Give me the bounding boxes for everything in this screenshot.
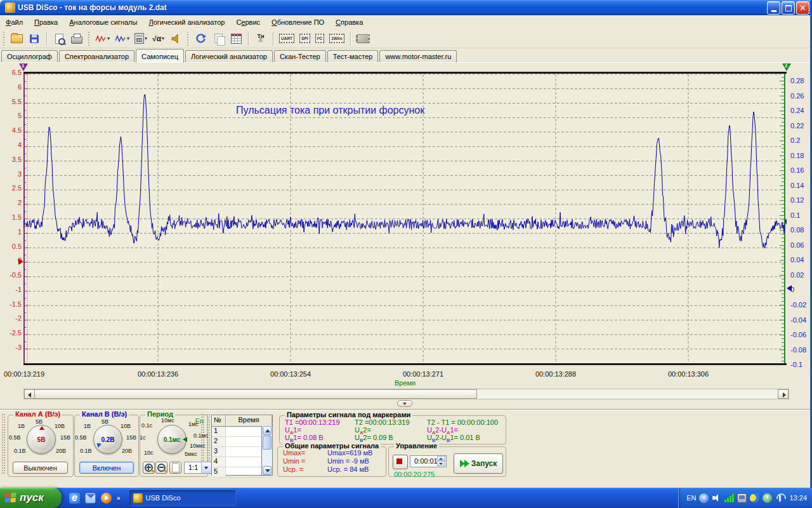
- start-menu-button[interactable]: пуск: [0, 488, 62, 508]
- left-zero-marker-icon[interactable]: [18, 258, 23, 265]
- toolbar-gripper[interactable]: [88, 32, 90, 46]
- channel-a-knob[interactable]: 5В: [27, 425, 56, 454]
- taskbar-task-usb-disco[interactable]: USB DiSco: [129, 490, 236, 506]
- chip-button[interactable]: [355, 30, 371, 47]
- new-page-button[interactable]: [169, 462, 181, 474]
- marker-2-flag-icon[interactable]: 2: [782, 64, 791, 71]
- tab-logic-analyzer[interactable]: Логический анализатор: [185, 50, 273, 62]
- start-button[interactable]: Запуск: [454, 453, 503, 474]
- tray-collapse-icon[interactable]: <: [699, 493, 709, 503]
- spin-up-icon[interactable]: [437, 456, 445, 461]
- volume-icon[interactable]: [712, 493, 721, 503]
- channel-a-group: Канал А (В/э) 5В 10В 15В 20В 0.1В 0.5В 1…: [8, 415, 74, 477]
- scroll-down-button[interactable]: [263, 466, 272, 475]
- 1wire-icon: 1Wire: [329, 34, 344, 43]
- dropdown-caret-icon[interactable]: ▾: [162, 36, 164, 41]
- network-icon[interactable]: [737, 493, 747, 503]
- channel-b-signal-button[interactable]: ▾: [113, 30, 131, 47]
- tab-chart-recorder[interactable]: Самописец: [136, 49, 184, 63]
- menu-item-analog-signals[interactable]: Аналоговые сигналы: [63, 17, 143, 28]
- period-knob[interactable]: 0.1мс: [157, 425, 187, 454]
- tab-test-master[interactable]: Тест-мастер: [327, 50, 379, 62]
- language-indicator[interactable]: EN: [686, 494, 696, 502]
- tab-scan-tester[interactable]: Скан-Тестер: [274, 50, 326, 62]
- zoom-out-button[interactable]: [155, 462, 167, 474]
- right-zero-marker-icon[interactable]: [787, 285, 792, 291]
- bird-utility-icon[interactable]: [749, 492, 761, 504]
- spi-icon: SPI: [299, 34, 310, 43]
- panel-gripper[interactable]: [2, 414, 5, 475]
- restore-button[interactable]: [782, 1, 795, 15]
- interval-spinner[interactable]: 0:00:01: [410, 455, 447, 467]
- calculator-button[interactable]: ▾: [133, 30, 149, 47]
- open-file-button[interactable]: [8, 30, 25, 47]
- scrollbar-thumb[interactable]: [34, 389, 477, 399]
- quick-launch-overflow-icon[interactable]: »: [117, 495, 121, 502]
- menu-item-edit[interactable]: Правка: [29, 17, 63, 28]
- uart-button[interactable]: UART: [277, 30, 296, 47]
- measurement-table[interactable]: № Время 1 2 3 4 5: [211, 415, 273, 476]
- scroll-left-button[interactable]: [24, 389, 35, 399]
- dropdown-caret-icon[interactable]: ▾: [127, 36, 129, 41]
- internet-explorer-icon[interactable]: e: [69, 493, 80, 504]
- channel-a-power-button[interactable]: Выключен: [13, 462, 68, 474]
- marker-1-flag-icon[interactable]: 1: [19, 64, 28, 71]
- print-preview-button[interactable]: [51, 30, 67, 47]
- media-player-icon[interactable]: [101, 493, 112, 504]
- formula-button[interactable]: √α▾: [150, 30, 166, 47]
- minimize-button[interactable]: [767, 1, 780, 15]
- dt-value: T2 - T1 = 00:00:00:100: [427, 418, 498, 426]
- spi-button[interactable]: SPI: [298, 30, 311, 47]
- table-vertical-scrollbar[interactable]: [261, 426, 272, 475]
- tab-oscilloscope[interactable]: Осциллограф: [1, 50, 58, 62]
- app-icon: [133, 493, 143, 503]
- menu-item-help[interactable]: Справка: [330, 17, 369, 28]
- refresh-button[interactable]: [192, 30, 209, 47]
- spin-down-icon[interactable]: [437, 461, 445, 466]
- menu-item-update[interactable]: Обновление ПО: [266, 17, 330, 28]
- scheduler-clock-icon[interactable]: [763, 493, 772, 503]
- save-file-button[interactable]: [26, 30, 43, 47]
- tab-spectrum-analyzer[interactable]: Спектроанализатор: [59, 50, 134, 62]
- print-button[interactable]: [69, 30, 85, 47]
- channel-b-power-button[interactable]: Включен: [79, 462, 134, 474]
- toolbar-gripper[interactable]: [3, 32, 5, 46]
- dropdown-caret-icon[interactable]: ▾: [107, 36, 110, 41]
- scroll-right-button[interactable]: [778, 389, 789, 399]
- tab-website[interactable]: www.motor-master.ru: [379, 50, 457, 62]
- dropdown-caret-icon[interactable]: ▾: [145, 36, 147, 41]
- menu-item-logic-analyzer[interactable]: Логический анализатор: [143, 17, 230, 28]
- scroll-up-button[interactable]: [263, 426, 272, 435]
- zoom-in-button[interactable]: [143, 462, 155, 474]
- outlook-express-icon[interactable]: [85, 493, 96, 504]
- menu-item-file[interactable]: Файл: [0, 17, 29, 28]
- th-sensor-icon: Тн╩: [258, 34, 265, 43]
- refresh-icon: [195, 33, 206, 44]
- windows-logo-icon: [4, 493, 17, 503]
- stop-button[interactable]: [393, 455, 408, 469]
- printer-icon: [71, 36, 82, 44]
- sound-button[interactable]: [167, 30, 184, 47]
- signal-strength-icon[interactable]: [724, 493, 734, 503]
- panel-splitter-handle[interactable]: [397, 400, 412, 407]
- channel-b-dial: 5В 10В 15В 20В 0.1В 0.5В 1В 0.2В: [75, 420, 138, 461]
- scale-ratio-select[interactable]: 1:1: [184, 462, 212, 474]
- i2c-button[interactable]: I²C: [313, 30, 327, 47]
- scrollbar-thumb[interactable]: [263, 436, 272, 450]
- table-icon: [231, 34, 242, 44]
- menu-item-service[interactable]: Сервис: [230, 17, 266, 28]
- chart-horizontal-scrollbar[interactable]: [23, 389, 789, 399]
- marker-params-group: Параметры сигнала под маркерами T1 =00:0…: [279, 415, 506, 444]
- quick-launch-bar: e »: [62, 493, 126, 504]
- chevron-down-icon[interactable]: [201, 462, 211, 473]
- close-button[interactable]: ✕: [796, 1, 809, 15]
- wireless-icon[interactable]: [775, 493, 785, 503]
- thermo-sensor-button[interactable]: Тн╩: [252, 30, 269, 47]
- 1wire-button[interactable]: 1Wire: [327, 30, 346, 47]
- elapsed-time: 00:00:20:275: [394, 471, 435, 478]
- channel-a-signal-button[interactable]: ▾: [93, 30, 112, 47]
- copy-pages-button[interactable]: [210, 30, 226, 47]
- data-table-button[interactable]: [228, 30, 244, 47]
- channel-b-knob[interactable]: 0.2В: [93, 425, 122, 454]
- toolbar-gripper[interactable]: [187, 32, 189, 46]
